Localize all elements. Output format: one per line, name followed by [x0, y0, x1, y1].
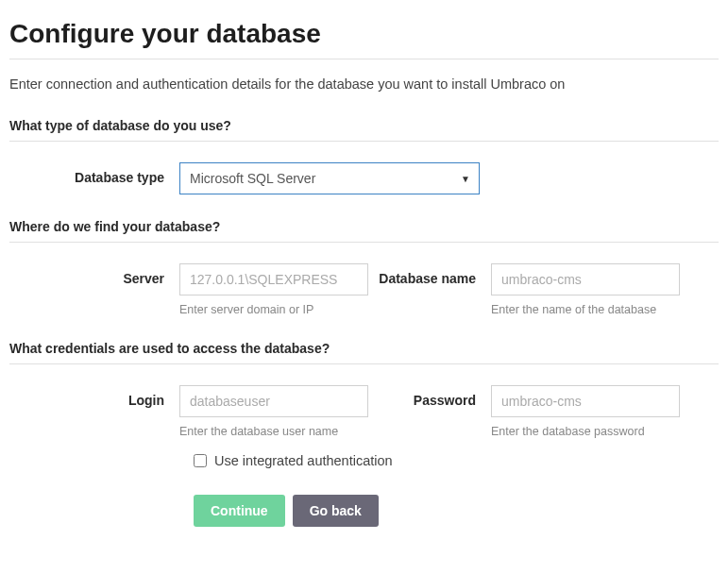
server-help: Enter server domain or IP	[179, 303, 368, 316]
go-back-button[interactable]: Go back	[293, 495, 379, 527]
title-divider	[9, 59, 719, 59]
login-label: Login	[9, 385, 179, 408]
section-divider-credentials	[9, 363, 719, 364]
database-name-label: Database name	[368, 263, 491, 286]
intro-text: Enter connection and authentication deta…	[9, 76, 719, 92]
password-help: Enter the database password	[491, 425, 680, 438]
section-heading-credentials: What credentials are used to access the …	[9, 341, 719, 356]
server-label: Server	[9, 263, 179, 286]
database-type-label: Database type	[9, 162, 179, 185]
integrated-auth-label[interactable]: Use integrated authentication	[214, 453, 393, 468]
integrated-auth-checkbox[interactable]	[194, 454, 207, 467]
database-type-select[interactable]: Microsoft SQL Server	[179, 162, 480, 194]
continue-button[interactable]: Continue	[194, 495, 285, 527]
section-heading-type: What type of database do you use?	[9, 118, 719, 133]
section-heading-location: Where do we find your database?	[9, 219, 719, 234]
database-name-input[interactable]	[491, 263, 680, 295]
section-divider-location	[9, 242, 719, 243]
section-divider-type	[9, 141, 719, 142]
page-title: Configure your database	[9, 19, 719, 49]
login-input[interactable]	[179, 385, 368, 417]
password-label: Password	[368, 385, 491, 408]
database-name-help: Enter the name of the database	[491, 303, 680, 316]
server-input[interactable]	[179, 263, 368, 295]
login-help: Enter the database user name	[179, 425, 368, 438]
password-input[interactable]	[491, 385, 680, 417]
